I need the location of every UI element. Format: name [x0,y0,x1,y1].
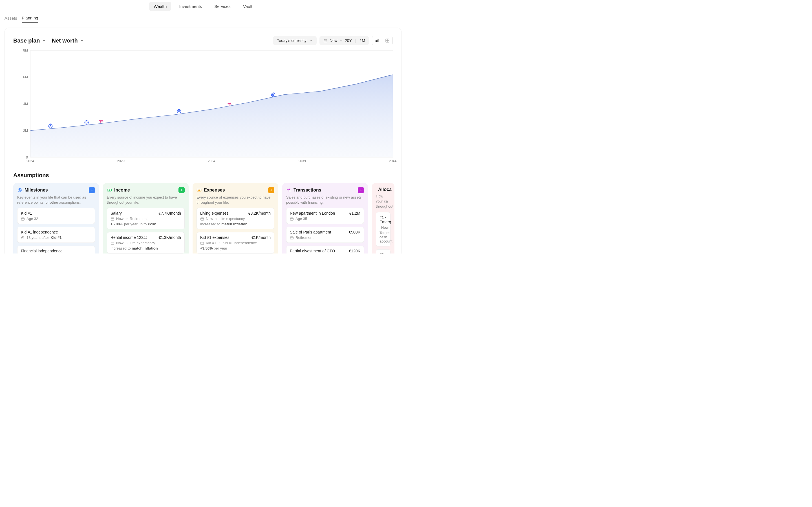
svg-point-15 [86,122,87,123]
milestone-item[interactable]: Kid #1 Age 32 [17,208,95,224]
milestone-item[interactable]: Financial independence Net worth ≥ 30x O… [17,245,95,253]
assumptions-title: Assumptions [13,172,393,179]
item-meta: Age 32 [27,217,38,221]
metric-dropdown[interactable]: Net worth [52,38,84,44]
income-item[interactable]: Salary €7.7K/month Now Retirement +5.00%… [107,208,185,229]
y-tick: 2M [23,129,28,133]
range-granularity: 1M [360,38,365,43]
calendar-icon [323,39,327,43]
item-meta-bold: Kid #1 [51,235,62,240]
calendar-icon [290,236,294,240]
card-title: Income [114,187,176,193]
nav-investments[interactable]: Investments [174,2,206,11]
y-tick: 4M [23,102,28,106]
view-table-button[interactable] [382,36,393,45]
bar-chart-icon [375,38,379,43]
plan-dropdown[interactable]: Base plan [13,38,46,44]
card-expenses: Expenses Every source of expenses you ex… [193,183,278,253]
card-desc: Sales and purchases of existing or new a… [286,195,364,205]
y-tick: 0 [26,156,28,159]
chevron-down-icon [309,39,313,43]
chart-milestone-marker[interactable] [47,123,54,129]
item-extra-prefix: Increased to [110,246,132,250]
time-range-picker[interactable]: Now 20Y | 1M [319,36,369,45]
item-value: €900K [349,230,360,234]
item-extra-bold: match inflation [132,246,158,250]
card-desc: How your ca throughout [376,194,391,209]
chart-milestone-marker[interactable] [270,92,276,98]
nav-services[interactable]: Services [210,2,235,11]
subnav-planning[interactable]: Planning [22,14,38,22]
svg-point-20 [178,110,180,112]
expense-item[interactable]: Living expenses €3.2K/month Now Life exp… [197,208,274,229]
banknote-icon [107,187,112,193]
y-axis: 8M 6M 4M 2M 0 [13,50,30,158]
svg-point-11 [49,124,52,128]
milestone-item[interactable]: Kid #1 independence 18 years after Kid #… [17,227,95,243]
swap-icon [286,187,291,193]
add-transaction-button[interactable] [358,187,364,193]
add-milestone-button[interactable] [89,187,95,193]
x-tick: 2034 [208,159,215,163]
item-value: €3.2K/month [248,211,271,216]
svg-point-27 [18,188,21,192]
arrow-right-icon [125,242,128,244]
item-extra-mid: per year [214,246,227,250]
card-desc: Every source of income you expect to hav… [107,195,185,205]
nav-vault[interactable]: Vault [239,2,257,11]
svg-point-25 [272,94,274,96]
item-name: Kid #1 expenses [200,235,230,240]
chart-milestone-marker[interactable] [176,108,182,114]
calendar-icon [21,217,25,221]
currency-dropdown[interactable]: Today's currency [273,36,317,45]
add-income-button[interactable] [179,187,185,193]
item-to: Kid #1 independence [222,241,257,245]
svg-point-38 [109,189,110,191]
x-axis: 2024 2029 2034 2039 2044 [30,159,393,164]
item-extra: Target cash account [379,231,387,243]
item-name: Living expenses [200,211,229,216]
subnav-assets[interactable]: Assets [4,14,17,22]
add-expense-button[interactable] [268,187,274,193]
item-to: Life expectancy [219,217,245,221]
svg-rect-5 [376,41,377,42]
allocation-item[interactable]: #1 - Emerg Now Target cash account [376,212,391,246]
chart-plot-area [30,50,393,158]
view-chart-button[interactable] [372,36,382,45]
chart-transaction-marker[interactable] [98,118,104,124]
calendar-icon [110,217,114,221]
svg-point-48 [199,189,200,191]
arrow-right-icon [218,242,221,244]
item-name: Kid #1 independence [21,230,58,234]
item-name: Salary [110,211,122,216]
item-extra-bold: €20k [148,222,156,226]
svg-point-28 [19,189,20,191]
svg-rect-63 [290,237,294,239]
svg-rect-54 [201,242,204,244]
assumptions-cards: Milestones Key events in your life that … [13,183,393,253]
transaction-item[interactable]: New apartment in London €1.2M Age 35 [286,208,364,224]
plus-icon [180,188,183,192]
x-tick: 2029 [117,159,124,163]
chart-milestone-marker[interactable] [84,119,90,126]
calendar-icon [110,241,114,245]
allocation-item[interactable]: #2 - Mone Now €200 mont [376,249,391,253]
net-worth-chart[interactable]: 8M 6M 4M 2M 0 [13,50,393,158]
item-name: New apartment in London [290,211,335,216]
card-income: Income Every source of income you expect… [103,183,189,253]
item-extra-prefix: Increased to [200,222,221,226]
svg-rect-33 [21,218,24,220]
calendar-icon [200,241,204,245]
svg-rect-44 [111,242,114,244]
nav-wealth[interactable]: Wealth [149,2,171,11]
metric-dropdown-label: Net worth [52,38,78,44]
transaction-item[interactable]: Partial divestment of CTO Fortuneo €120K… [286,245,364,253]
plus-icon [90,188,94,192]
chart-transaction-marker[interactable] [227,101,233,107]
controls-row: Base plan Net worth Today's currency Now… [13,36,393,45]
expense-item[interactable]: Kid #1 expenses €1K/month Kid #1 Kid #1 … [197,232,274,253]
svg-rect-7 [378,39,379,42]
transaction-item[interactable]: Sale of Paris apartment €900K Retirement [286,227,364,243]
income-item[interactable]: Rental income 122JJ €1.3K/month Now Life… [107,232,185,253]
card-allocations: Alloca How your ca throughout #1 - Emerg… [372,183,395,253]
